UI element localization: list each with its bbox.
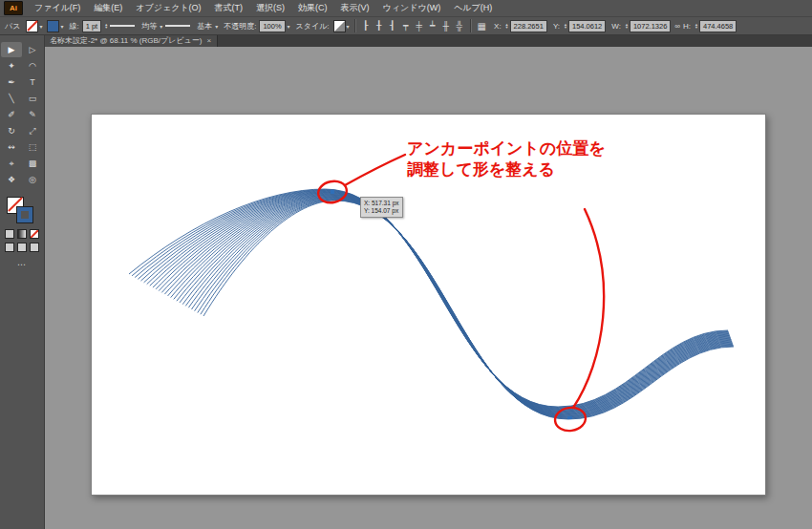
menu-bar: Ai ファイル(F)編集(E)オブジェクト(O)書式(T)選択(S)効果(C)表… bbox=[0, 0, 812, 17]
separator bbox=[354, 19, 355, 32]
rotate-tool[interactable]: ↻ bbox=[1, 123, 22, 138]
menu-item-0[interactable]: ファイル(F) bbox=[28, 0, 87, 16]
draw-mode-row bbox=[0, 243, 44, 252]
magic-wand-tool[interactable]: ✦ bbox=[1, 58, 22, 74]
x-stepper[interactable]: ▲▼ bbox=[505, 23, 509, 29]
stroke-weight-label: 線: bbox=[69, 21, 78, 32]
opacity-field[interactable]: 100% bbox=[259, 20, 285, 32]
style-swatch[interactable] bbox=[333, 20, 346, 32]
context-label: パス bbox=[5, 21, 20, 32]
pen-tool[interactable]: ✒ bbox=[1, 74, 22, 90]
y-label: Y: bbox=[553, 22, 560, 31]
eyedropper-tool[interactable]: ⌖ bbox=[1, 156, 22, 171]
fill-color-swatch[interactable] bbox=[26, 20, 38, 32]
h-label: H: bbox=[683, 22, 691, 31]
style-label: スタイル: bbox=[296, 21, 330, 32]
paintbrush-tool[interactable]: ✐ bbox=[1, 107, 22, 122]
tooltip-y-value: Y: 154.07 px bbox=[364, 207, 399, 215]
document-tab[interactable]: 名称未設定-2* @ 68.11 % (RGB/プレビュー) × bbox=[44, 34, 218, 47]
color-button[interactable] bbox=[5, 229, 14, 239]
brush-stroke-preview bbox=[165, 25, 190, 27]
fill-stroke-control[interactable] bbox=[6, 197, 38, 225]
menu-item-5[interactable]: 効果(C) bbox=[291, 0, 334, 16]
color-mode-row bbox=[0, 229, 44, 239]
menu-item-8[interactable]: ヘルプ(H) bbox=[447, 0, 499, 16]
align-top-icon[interactable]: ┯ bbox=[400, 21, 412, 31]
document-tab-title: 名称未設定-2* @ 68.11 % (RGB/プレビュー) bbox=[50, 35, 202, 46]
direct-selection-tool[interactable]: ▷ bbox=[22, 42, 43, 57]
variable-width-caret-icon[interactable]: ▾ bbox=[160, 23, 162, 30]
stroke-box[interactable] bbox=[16, 206, 33, 223]
h-stepper[interactable]: ▲▼ bbox=[694, 23, 698, 29]
draw-behind-button[interactable] bbox=[17, 243, 27, 252]
draw-inside-button[interactable] bbox=[30, 243, 39, 252]
align-left-icon[interactable]: ┠ bbox=[360, 21, 372, 31]
stroke-caret-icon[interactable]: ▾ bbox=[60, 23, 63, 30]
x-field[interactable]: 228.2651 bbox=[510, 20, 547, 32]
rectangle-tool[interactable]: ▭ bbox=[22, 91, 43, 106]
menu-items: ファイル(F)編集(E)オブジェクト(O)書式(T)選択(S)効果(C)表示(V… bbox=[28, 0, 499, 16]
x-label: X: bbox=[494, 22, 502, 31]
distribute-horizontal-icon[interactable]: ╫ bbox=[440, 21, 452, 31]
toolbar-more-icon[interactable]: ⋯ bbox=[0, 260, 44, 269]
align-center-horizontal-icon[interactable]: ╂ bbox=[374, 21, 385, 31]
gradient-tool[interactable]: ▩ bbox=[22, 156, 43, 171]
menu-item-2[interactable]: オブジェクト(O) bbox=[129, 0, 207, 16]
tool-grid: ▶▷✦◠✒T╲▭✐✎↻⤢↭⬚⌖▩❖◎ bbox=[0, 34, 44, 187]
align-center-vertical-icon[interactable]: ╪ bbox=[414, 21, 425, 31]
line-segment-tool[interactable]: ╲ bbox=[1, 91, 22, 106]
opacity-caret-icon[interactable]: ▾ bbox=[288, 23, 290, 30]
width-profile-preview bbox=[110, 25, 135, 27]
fill-caret-icon[interactable]: ▾ bbox=[39, 23, 42, 30]
align-right-icon[interactable]: ┨ bbox=[387, 21, 398, 31]
brush-label: 基本 bbox=[197, 21, 212, 32]
annotation-text: アンカーポイントの位置を 調整して形を整える bbox=[407, 138, 606, 180]
control-bar: パス ▾ ▾ 線: 1 pt ▲▼ 均等 ▾ 基本 ▾ 不透明度: 100% ▾… bbox=[0, 17, 812, 35]
stroke-weight-field[interactable]: 1 pt bbox=[82, 20, 102, 32]
document-tab-bar: 名称未設定-2* @ 68.11 % (RGB/プレビュー) × bbox=[44, 34, 812, 47]
w-stepper[interactable]: ▲▼ bbox=[625, 23, 629, 29]
none-button[interactable] bbox=[30, 229, 39, 239]
scale-tool[interactable]: ⤢ bbox=[22, 123, 43, 138]
annotation-text-line1: アンカーポイントの位置を bbox=[407, 138, 606, 159]
selection-tool[interactable]: ▶ bbox=[1, 42, 22, 57]
stroke-weight-stepper[interactable]: ▲▼ bbox=[104, 23, 108, 29]
zoom-tool[interactable]: ◎ bbox=[22, 172, 43, 187]
align-bottom-icon[interactable]: ┷ bbox=[427, 21, 438, 31]
tooltip-x-value: X: 517.31 px bbox=[364, 200, 399, 207]
gradient-button[interactable] bbox=[17, 229, 27, 239]
y-field[interactable]: 154.0612 bbox=[568, 20, 606, 32]
style-caret-icon[interactable]: ▾ bbox=[347, 23, 350, 30]
draw-normal-button[interactable] bbox=[5, 243, 14, 252]
menu-item-3[interactable]: 書式(T) bbox=[208, 0, 250, 16]
tab-close-icon[interactable]: × bbox=[206, 36, 211, 45]
transform-panel-icon[interactable]: ▦ bbox=[478, 21, 486, 32]
menu-item-4[interactable]: 選択(S) bbox=[249, 0, 291, 16]
lasso-tool[interactable]: ◠ bbox=[22, 58, 43, 74]
opacity-label: 不透明度: bbox=[224, 21, 256, 32]
y-stepper[interactable]: ▲▼ bbox=[564, 23, 567, 29]
blend-tool[interactable]: ❖ bbox=[1, 172, 22, 187]
free-transform-tool[interactable]: ⬚ bbox=[22, 139, 43, 155]
link-dimensions-icon[interactable]: ∞ bbox=[674, 22, 680, 31]
menu-item-1[interactable]: 編集(E) bbox=[87, 0, 129, 16]
distribute-vertical-icon[interactable]: ╬ bbox=[454, 21, 465, 31]
type-tool[interactable]: T bbox=[22, 74, 43, 90]
w-label: W: bbox=[611, 22, 621, 31]
align-icon-group: ┠╂┨┯╪┷╫╬ bbox=[359, 21, 466, 31]
w-field[interactable]: 1072.1326 bbox=[630, 20, 671, 32]
measurement-tooltip: X: 517.31 px Y: 154.07 px bbox=[360, 197, 403, 218]
width-tool[interactable]: ↭ bbox=[1, 139, 22, 155]
menu-item-6[interactable]: 表示(V) bbox=[334, 0, 376, 16]
tools-panel: ▶▷✦◠✒T╲▭✐✎↻⤢↭⬚⌖▩❖◎ ⋯ bbox=[0, 34, 45, 529]
stroke-color-swatch[interactable] bbox=[47, 20, 59, 32]
canvas-area[interactable]: アンカーポイントの位置を 調整して形を整える X: 517.31 px Y: 1… bbox=[44, 47, 812, 529]
illustrator-window: Ai ファイル(F)編集(E)オブジェクト(O)書式(T)選択(S)効果(C)表… bbox=[0, 0, 812, 529]
separator bbox=[470, 19, 471, 32]
pencil-tool[interactable]: ✎ bbox=[22, 107, 43, 122]
menu-item-7[interactable]: ウィンドウ(W) bbox=[376, 0, 448, 16]
h-field[interactable]: 474.4658 bbox=[699, 20, 737, 32]
brush-caret-icon[interactable]: ▾ bbox=[215, 23, 218, 30]
variable-width-label: 均等 bbox=[141, 21, 157, 32]
illustrator-logo-icon: Ai bbox=[4, 1, 23, 15]
